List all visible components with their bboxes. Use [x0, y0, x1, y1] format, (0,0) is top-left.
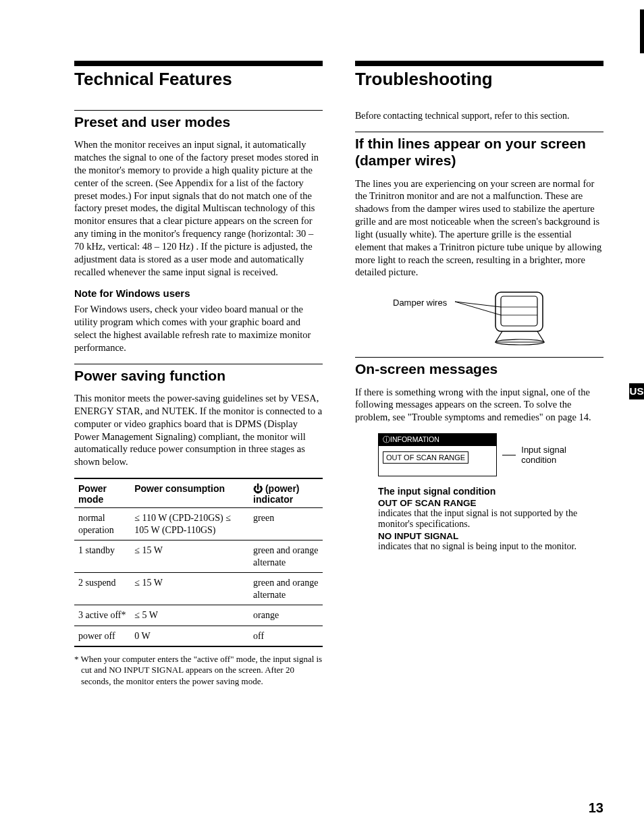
- thin-rule: [74, 110, 323, 111]
- svg-rect-1: [501, 296, 537, 326]
- page-edge-bar: [640, 9, 644, 53]
- thin-rule: [74, 364, 323, 364]
- cond-label-no-input: NO INPUT SIGNAL: [378, 531, 603, 541]
- th-power-indicator: ⏻ (power) indicator: [249, 478, 323, 508]
- section-heading-technical-features: Technical Features: [74, 69, 323, 90]
- callout-line: [502, 455, 516, 455]
- damper-wire-diagram: Damper wires: [393, 288, 603, 349]
- svg-line-6: [455, 302, 501, 315]
- cell-consumption: ≤ 110 W (CPD-210GS) ≤ 105 W (CPD-110GS): [130, 508, 249, 540]
- table-row: 1 standby ≤ 15 W green and orange altern…: [74, 540, 323, 573]
- cell-consumption: ≤ 5 W: [130, 605, 249, 626]
- input-signal-conditions: The input signal condition OUT OF SCAN R…: [378, 486, 603, 552]
- heavy-rule: [355, 61, 603, 66]
- subheading-thin-lines: If thin lines appear on your screen (dam…: [355, 135, 603, 169]
- cell-indicator: off: [249, 626, 323, 646]
- th-power-mode: Power mode: [74, 478, 130, 508]
- right-column: Troubleshooting Before contacting techni…: [355, 61, 603, 696]
- osd-caption: Input signal condition: [521, 445, 603, 465]
- heavy-rule: [74, 61, 323, 66]
- osd-window: ⓘINFORMATION OUT OF SCAN RANGE: [378, 433, 497, 476]
- table-row: normal operation ≤ 110 W (CPD-210GS) ≤ 1…: [74, 508, 323, 540]
- cond-label-out-of-scan: OUT OF SCAN RANGE: [378, 498, 603, 508]
- cell-indicator: green and orange alternate: [249, 540, 323, 573]
- cell-consumption: 0 W: [130, 626, 249, 646]
- th-power-consumption: Power consumption: [130, 478, 249, 508]
- cell-indicator: green: [249, 508, 323, 540]
- table-footnote: * When your computer enters the "active …: [74, 654, 323, 687]
- cond-heading: The input signal condition: [378, 486, 603, 497]
- power-saving-table: Power mode Power consumption ⏻ (power) i…: [74, 478, 323, 647]
- cell-consumption: ≤ 15 W: [130, 540, 249, 573]
- cell-consumption: ≤ 15 W: [130, 573, 249, 605]
- osd-body: OUT OF SCAN RANGE: [379, 446, 496, 476]
- monitor-icon: [455, 288, 549, 349]
- cell-mode: power off: [74, 626, 130, 646]
- table-row: power off 0 W off: [74, 626, 323, 646]
- page-number: 13: [589, 800, 603, 816]
- left-column: Technical Features Preset and user modes…: [74, 61, 323, 696]
- body-text: Before contacting technical support, ref…: [355, 110, 603, 122]
- cond-text: indicates that no signal is being input …: [378, 541, 603, 552]
- subheading-preset-user-modes: Preset and user modes: [74, 113, 323, 130]
- cell-mode: 1 standby: [74, 540, 130, 573]
- cell-indicator: orange: [249, 605, 323, 626]
- subheading-power-saving: Power saving function: [74, 367, 323, 384]
- body-text: For Windows users, check your video boar…: [74, 303, 323, 354]
- table-row: 3 active off* ≤ 5 W orange: [74, 605, 323, 626]
- body-text: If there is something wrong with the inp…: [355, 386, 603, 424]
- thin-rule: [355, 357, 603, 358]
- cell-mode: normal operation: [74, 508, 130, 540]
- table-row: 2 suspend ≤ 15 W green and orange altern…: [74, 573, 323, 605]
- cond-text: indicates that the input signal is not s…: [378, 508, 603, 530]
- language-tab: US: [629, 383, 644, 399]
- svg-line-5: [455, 302, 501, 307]
- body-text: When the monitor receives an input signa…: [74, 138, 323, 278]
- body-text: This monitor meets the power-saving guid…: [74, 392, 323, 468]
- cell-indicator: green and orange alternate: [249, 573, 323, 605]
- section-heading-troubleshooting: Troubleshooting: [355, 69, 603, 90]
- cell-mode: 3 active off*: [74, 605, 130, 626]
- cell-mode: 2 suspend: [74, 573, 130, 605]
- osd-message: OUT OF SCAN RANGE: [383, 451, 468, 464]
- diagram-label: Damper wires: [393, 298, 447, 308]
- osd-diagram: ⓘINFORMATION OUT OF SCAN RANGE Input sig…: [378, 433, 603, 476]
- note-heading-windows: Note for Windows users: [74, 287, 323, 299]
- page-content: Technical Features Preset and user modes…: [0, 0, 644, 723]
- osd-titlebar: ⓘINFORMATION: [379, 434, 496, 446]
- thin-rule: [355, 132, 603, 132]
- body-text: The lines you are experiencing on your s…: [355, 177, 603, 279]
- subheading-onscreen-messages: On-screen messages: [355, 360, 603, 377]
